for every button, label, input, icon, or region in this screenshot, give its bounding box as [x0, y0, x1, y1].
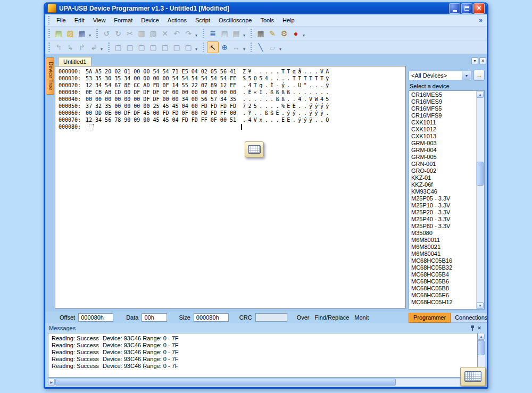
pan-tool-button[interactable]: ↔ — [230, 41, 242, 53]
menu-item[interactable]: View — [89, 15, 110, 25]
toolbar-overflow-chevron[interactable]: ▾ — [243, 47, 245, 53]
device-list-item[interactable]: CR16MES5 — [409, 91, 477, 98]
fill-block-button[interactable]: ▢ — [147, 41, 159, 53]
hex-ascii[interactable]: .Ë«Í.ßßßß....... — [243, 89, 331, 95]
device-list-item[interactable]: M25P80 - 3.3V — [409, 223, 477, 230]
hex-bytes[interactable]: 53 35 30 35 34 00 00 00 00 54 54 54 54 5… — [86, 75, 243, 82]
dword-mode-button[interactable]: ▢ — [136, 41, 147, 53]
toolbar-grip[interactable] — [203, 43, 204, 52]
mdi-menu-button[interactable]: ▾ — [471, 57, 478, 64]
pin-button[interactable] — [468, 325, 476, 332]
device-list-item[interactable]: MC68HC05B32 — [409, 264, 477, 271]
hex-ascii[interactable]: 725....%EE..ýýýý — [243, 103, 331, 109]
device-list-item[interactable]: CXK1011 — [409, 119, 477, 126]
toolbar-overflow-chevron[interactable]: ▾ — [89, 33, 91, 39]
toolbar-overflow-chevron[interactable]: ▾ — [195, 33, 197, 39]
clear-block-button[interactable]: ▢ — [182, 41, 194, 53]
device-list-item[interactable]: CR16MFS5 — [409, 105, 477, 112]
device-list-item[interactable]: GRN-001 — [409, 161, 477, 168]
hex-bytes[interactable]: 0E CB AB CD 00 DF DF DF DF 00 00 00 00 0… — [86, 89, 243, 96]
toolbar-overflow-chevron[interactable]: ▾ — [243, 33, 245, 39]
menu-item[interactable]: File — [52, 15, 70, 25]
scroll-up-button[interactable]: ▲ — [478, 333, 485, 340]
device-list-item[interactable]: CR16MFS9 — [409, 112, 477, 119]
toolbar-overflow-chevron[interactable]: ▾ — [101, 47, 103, 53]
copy-block-button[interactable]: ▢ — [159, 41, 171, 53]
hex-ascii[interactable]: .4Vx...EE.ýýÿ..Q — [243, 117, 331, 123]
device-list-item[interactable]: GRM-005 — [409, 154, 477, 161]
combo-dropdown-button[interactable]: ▼ — [462, 71, 471, 80]
device-list-item[interactable]: M25P40 - 3.3V — [409, 216, 477, 223]
virtual-keyboard-button-corner[interactable] — [460, 367, 486, 386]
device-search-button[interactable]: → — [473, 70, 485, 81]
redo-button[interactable]: ↷ — [182, 28, 194, 39]
hex-editor[interactable]: 000000:5A A5 20 02 01 00 00 54 54 71 E5 … — [55, 66, 406, 308]
device-list-item[interactable]: M6M80021 — [409, 244, 477, 250]
device-list-item[interactable]: KM93C46 — [409, 188, 477, 195]
menu-overflow-icon[interactable]: » — [479, 16, 483, 24]
measure-tool-button[interactable]: ▱ — [267, 41, 278, 53]
hex-ascii[interactable]: Z¥ ....TTqå...VA — [243, 69, 331, 74]
restore-button[interactable] — [461, 3, 472, 14]
delete-button[interactable]: ✕ — [159, 28, 171, 39]
paste-block-button[interactable]: ▢ — [171, 41, 182, 53]
app-icon[interactable] — [47, 4, 56, 13]
device-list-item[interactable]: CXK1013 — [409, 133, 477, 140]
properties-button[interactable]: ▤ — [219, 28, 230, 39]
device-list-item[interactable]: GRM-004 — [409, 147, 477, 154]
device-list-item[interactable]: CR16MES9 — [409, 98, 477, 105]
hex-bytes[interactable]: 12 34 56 78 90 09 00 45 45 04 FD FD FF 0… — [86, 116, 243, 123]
paste-button[interactable]: ▧ — [147, 28, 159, 39]
offset-field[interactable]: 000080h — [78, 313, 113, 322]
device-manager-button[interactable]: ⚙ — [278, 28, 290, 39]
device-list-item[interactable]: MC68HC05E6 — [409, 292, 477, 299]
monitor-indicator[interactable]: Monit — [354, 314, 369, 321]
device-list-item[interactable]: MC68HC05B4 — [409, 271, 477, 278]
toolbar-grip[interactable] — [48, 43, 50, 52]
messages-log[interactable]: Reading: SuccessDevice: 93C46 Range: 0 -… — [48, 333, 478, 378]
cut-button[interactable]: ✂ — [124, 28, 136, 39]
device-list-item[interactable]: M25P10 - 3.3V — [409, 202, 477, 209]
new-file-button[interactable]: ▤ — [53, 28, 64, 39]
hex-bytes[interactable]: 5A A5 20 02 01 00 00 54 54 71 E5 04 02 0… — [86, 68, 243, 75]
jump-back-button[interactable]: ↰ — [53, 41, 64, 53]
toolbar-grip[interactable] — [48, 29, 50, 38]
open-file-button[interactable]: ▨ — [64, 28, 76, 39]
scroll-up-button[interactable]: ▲ — [477, 91, 484, 98]
step-down-button[interactable]: ↲ — [88, 41, 99, 53]
menu-item[interactable]: Actions — [163, 15, 191, 25]
menu-grip[interactable] — [48, 16, 49, 25]
toolbar-grip[interactable] — [203, 29, 204, 38]
messages-close-button[interactable]: ✕ — [476, 325, 483, 332]
tab-connections[interactable]: Connections — [451, 313, 488, 323]
calculator-button[interactable]: ▦ — [230, 28, 242, 39]
device-list-item[interactable]: M25P20 - 3.3V — [409, 209, 477, 216]
size-field[interactable]: 000080h — [194, 313, 229, 322]
jump-forward-button[interactable]: ↳ — [64, 41, 76, 53]
scroll-thumb[interactable] — [478, 340, 485, 355]
toolbar-overflow-chevron[interactable]: ▾ — [195, 47, 197, 53]
device-list-item[interactable]: MC68HC05B16 — [409, 257, 477, 264]
menu-item[interactable]: Script — [191, 15, 214, 25]
zoom-tool-button[interactable]: ⊕ — [219, 41, 230, 53]
menu-item[interactable]: Format — [110, 15, 137, 25]
hex-ascii[interactable]: S5054....TTTTTTÿ — [243, 76, 331, 81]
debug-button[interactable]: ● — [290, 28, 302, 39]
report-button[interactable]: ≣ — [207, 28, 219, 39]
redo-all-button[interactable]: ↻ — [112, 28, 124, 39]
step-up-button[interactable]: ↱ — [76, 41, 88, 53]
toolbar-grip[interactable] — [251, 43, 252, 52]
toolbar-overflow-chevron[interactable]: ▾ — [303, 33, 305, 39]
copy-button[interactable]: ▥ — [136, 28, 147, 39]
hex-ascii[interactable]: ......ßß..4.VW45 — [243, 96, 331, 102]
device-list-item[interactable]: CXK1012 — [409, 126, 477, 133]
undo-button[interactable]: ↶ — [171, 28, 182, 39]
find-replace-indicator[interactable]: Find/Replace — [315, 314, 350, 321]
tab-programmer[interactable]: Programmer — [409, 313, 451, 323]
device-list-item[interactable]: GRO-002 — [409, 168, 477, 174]
hex-bytes[interactable]: 12 34 54 67 8E CC AD FD 0F 14 55 22 07 8… — [86, 82, 243, 89]
word-mode-button[interactable]: ▢ — [124, 41, 136, 53]
hex-ascii[interactable]: .Ý..ßßE.ýý..ýýÿ. — [243, 110, 331, 116]
hex-bytes[interactable]: 37 32 35 00 00 00 00 25 45 45 04 00 FD F… — [86, 103, 243, 110]
device-list-item[interactable]: GRM-003 — [409, 140, 477, 147]
